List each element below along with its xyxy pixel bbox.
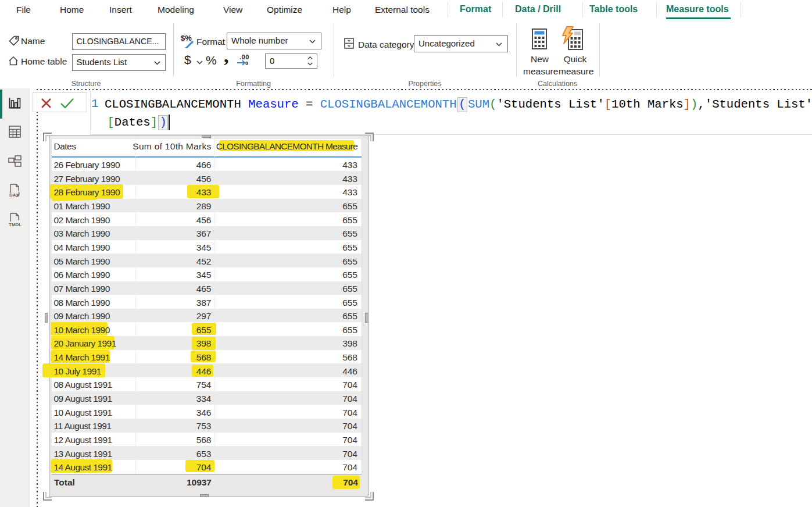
svg-text:0: 0 [245,60,248,66]
svg-text:TMDL: TMDL [9,222,22,227]
svg-text:DAX: DAX [9,192,20,198]
